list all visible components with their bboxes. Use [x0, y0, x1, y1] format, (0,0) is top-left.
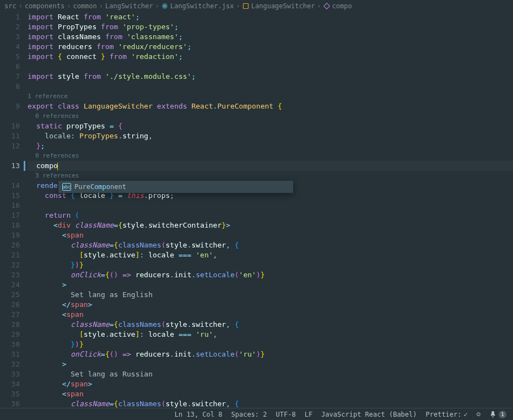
bell-icon	[489, 411, 496, 418]
breadcrumb-item[interactable]: LanguageSwitcher	[242, 2, 315, 10]
svg-point-0	[164, 6, 165, 7]
chevron-right-icon: ›	[236, 2, 240, 10]
method-symbol-icon	[323, 3, 330, 9]
autocomplete-item[interactable]: abc PureComponent	[59, 181, 293, 192]
codelens-references[interactable]: 3 references	[28, 171, 513, 181]
breadcrumb-item[interactable]: common	[73, 2, 96, 10]
notification-count-badge: 1	[499, 411, 506, 418]
language-mode-status[interactable]: JavaScript React (Babel)	[321, 411, 417, 418]
breadcrumb-bar: src › components › common › LangSwitcher…	[0, 0, 513, 12]
text-cursor	[57, 163, 58, 170]
indentation-status[interactable]: Spaces: 2	[231, 411, 267, 418]
feedback-icon[interactable]: ☺	[477, 411, 480, 418]
chevron-right-icon: ›	[19, 2, 23, 10]
eol-status[interactable]: LF	[305, 411, 312, 418]
chevron-right-icon: ›	[317, 2, 321, 10]
line-number-gutter: 1 2 3 4 5 6 7 8 9 10 11 12 13 14 15 16 1…	[0, 12, 28, 408]
check-icon: ✓	[464, 411, 468, 418]
chevron-right-icon: ›	[99, 2, 103, 10]
breadcrumb-item[interactable]: LangSwitcher.jsx	[161, 2, 234, 10]
autocomplete-popup[interactable]: abc PureComponent	[58, 181, 293, 193]
notifications-bell[interactable]: 1	[489, 411, 506, 418]
svg-rect-5	[323, 3, 330, 9]
breadcrumb-item[interactable]: LangSwitcher	[105, 2, 153, 10]
codelens-references[interactable]: 0 references	[28, 111, 513, 121]
breadcrumb-item[interactable]: compo	[323, 2, 352, 10]
prettier-status[interactable]: Prettier:✓	[426, 411, 468, 418]
code-content[interactable]: import React from 'react'; import PropTy…	[28, 12, 513, 408]
codelens-references[interactable]: 0 references	[28, 151, 513, 161]
chevron-right-icon: ›	[67, 2, 71, 10]
chevron-right-icon: ›	[155, 2, 159, 10]
status-bar: Ln 13, Col 8 Spaces: 2 UTF-8 LF JavaScri…	[0, 408, 513, 420]
encoding-status[interactable]: UTF-8	[276, 411, 296, 418]
svg-rect-4	[243, 4, 248, 9]
modified-line-indicator	[24, 161, 25, 171]
code-editor[interactable]: 1 2 3 4 5 6 7 8 9 10 11 12 13 14 15 16 1…	[0, 12, 513, 408]
breadcrumb-item[interactable]: src	[4, 2, 17, 10]
class-symbol-icon	[242, 3, 249, 9]
keyword-icon: abc	[62, 183, 71, 191]
cursor-position[interactable]: Ln 13, Col 8	[175, 411, 223, 418]
react-file-icon	[161, 3, 168, 9]
codelens-references[interactable]: 1 reference	[28, 91, 513, 101]
breadcrumb-item[interactable]: components	[25, 2, 64, 10]
